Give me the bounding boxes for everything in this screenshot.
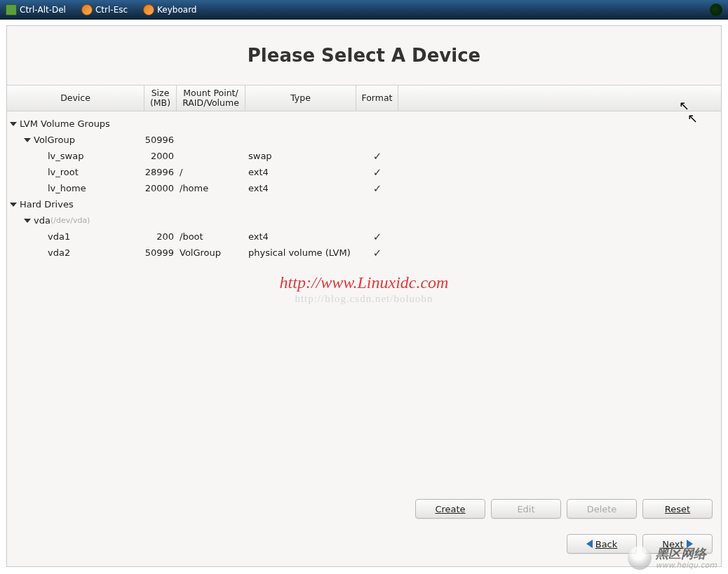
type-value: physical volume (LVM) bbox=[245, 247, 356, 258]
check-icon bbox=[373, 248, 382, 259]
table-row[interactable]: vda250999VolGroupphysical volume (LVM) bbox=[7, 245, 721, 261]
table-row[interactable]: Hard Drives bbox=[7, 196, 721, 212]
check-icon bbox=[373, 184, 382, 194]
vm-toolbar: Ctrl-Alt-Del Ctrl-Esc Keyboard bbox=[0, 0, 728, 20]
table-row[interactable]: LVM Volume Groups bbox=[7, 116, 721, 132]
table-row[interactable]: VolGroup50996 bbox=[7, 132, 721, 148]
delete-button: Delete bbox=[567, 499, 637, 519]
check-icon bbox=[373, 232, 382, 242]
device-name: VolGroup bbox=[34, 135, 75, 145]
expander-icon[interactable] bbox=[10, 203, 17, 207]
size-value: 50996 bbox=[144, 135, 177, 145]
keyboard-label: Keyboard bbox=[157, 5, 196, 15]
start-menu-icon bbox=[81, 4, 93, 15]
size-value: 20000 bbox=[144, 183, 177, 193]
device-path: (/dev/vda) bbox=[50, 216, 90, 225]
expander-icon[interactable] bbox=[24, 138, 31, 142]
col-size[interactable]: Size (MB) bbox=[144, 86, 177, 111]
edit-button: Edit bbox=[491, 499, 561, 519]
table-row[interactable]: vda1200/bootext4 bbox=[7, 228, 721, 245]
col-device[interactable]: Device bbox=[7, 86, 144, 111]
device-tree[interactable]: LVM Volume GroupsVolGroup50996lv_swap200… bbox=[7, 111, 721, 261]
table-row[interactable]: lv_root28996/ext4 bbox=[7, 164, 721, 180]
table-header: Device Size (MB) Mount Point/ RAID/Volum… bbox=[7, 85, 721, 111]
size-value: 200 bbox=[144, 231, 177, 242]
ctrl-esc-label: Ctrl-Esc bbox=[95, 5, 128, 15]
page-title: Please Select A Device bbox=[248, 45, 480, 66]
device-name: vda2 bbox=[48, 247, 70, 258]
mount-value: /boot bbox=[177, 231, 245, 242]
arrow-left-icon bbox=[586, 540, 593, 548]
check-icon bbox=[373, 151, 382, 162]
type-value: ext4 bbox=[245, 231, 356, 242]
type-value: swap bbox=[245, 151, 356, 161]
ctrl-alt-del-button[interactable]: Ctrl-Alt-Del bbox=[6, 4, 66, 15]
format-value bbox=[356, 150, 398, 163]
format-value bbox=[356, 231, 398, 243]
device-name: LVM Volume Groups bbox=[20, 118, 110, 129]
back-button[interactable]: Back bbox=[567, 534, 637, 554]
next-button[interactable]: Next bbox=[642, 534, 713, 554]
size-value: 28996 bbox=[144, 167, 177, 177]
type-value: ext4 bbox=[245, 167, 356, 177]
format-value bbox=[356, 247, 398, 259]
expander-icon[interactable] bbox=[10, 122, 17, 126]
table-row[interactable]: lv_home20000/homeext4 bbox=[7, 180, 721, 196]
action-row: Create Edit Delete Reset bbox=[415, 499, 713, 519]
size-value: 50999 bbox=[144, 247, 177, 258]
col-spacer bbox=[398, 86, 721, 111]
create-button[interactable]: Create bbox=[415, 499, 485, 519]
ctrl-alt-del-label: Ctrl-Alt-Del bbox=[20, 5, 66, 15]
format-value bbox=[356, 166, 398, 179]
mount-value: / bbox=[177, 167, 245, 177]
reset-button[interactable]: Reset bbox=[642, 499, 713, 519]
title-area: Please Select A Device bbox=[7, 26, 721, 85]
table-row[interactable]: lv_swap2000swap bbox=[7, 148, 721, 164]
device-name: lv_home bbox=[48, 183, 86, 193]
size-value: 2000 bbox=[144, 151, 177, 161]
nav-row: Back Next bbox=[567, 534, 713, 554]
check-icon bbox=[373, 168, 382, 178]
keyboard-button[interactable]: Keyboard bbox=[143, 4, 196, 15]
mount-value: /home bbox=[177, 183, 245, 193]
connection-status-icon bbox=[710, 4, 722, 16]
type-value: ext4 bbox=[245, 183, 356, 193]
col-type[interactable]: Type bbox=[245, 86, 356, 111]
system-monitor-icon bbox=[6, 4, 17, 15]
expander-icon[interactable] bbox=[24, 219, 31, 223]
device-name: lv_swap bbox=[48, 151, 83, 161]
device-name: lv_root bbox=[48, 167, 79, 177]
installer-panel: Please Select A Device Device Size (MB) … bbox=[6, 25, 722, 567]
col-mount[interactable]: Mount Point/ RAID/Volume bbox=[177, 86, 245, 111]
ctrl-esc-button[interactable]: Ctrl-Esc bbox=[81, 4, 128, 15]
device-name: vda1 bbox=[48, 231, 70, 242]
mount-value: VolGroup bbox=[177, 247, 245, 258]
keyboard-icon bbox=[143, 4, 154, 15]
device-name: Hard Drives bbox=[20, 199, 74, 210]
format-value bbox=[356, 182, 398, 195]
arrow-right-icon bbox=[687, 540, 693, 548]
table-row[interactable]: vda (/dev/vda) bbox=[7, 212, 721, 228]
device-name: vda bbox=[34, 215, 50, 226]
col-format[interactable]: Format bbox=[356, 86, 398, 111]
